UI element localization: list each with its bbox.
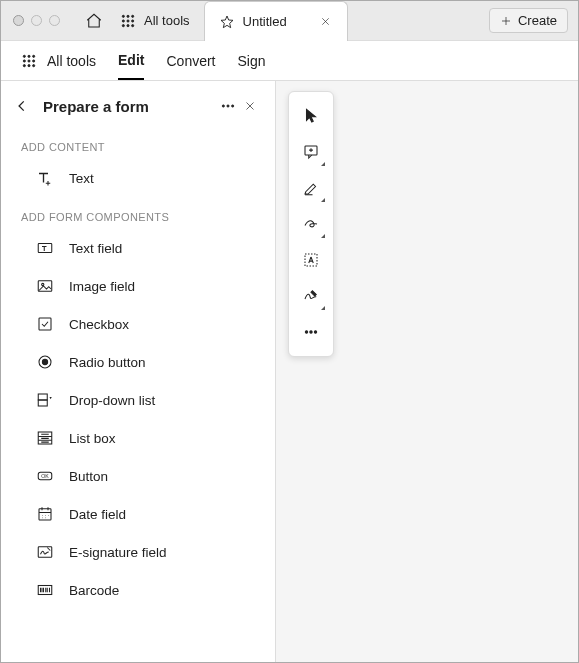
tab-all-tools[interactable]: All tools xyxy=(112,1,204,40)
titlebar: All tools Untitled Create xyxy=(1,1,578,41)
svg-rect-33 xyxy=(38,547,52,558)
plus-icon xyxy=(500,15,512,27)
toolbar-item-convert[interactable]: Convert xyxy=(166,43,215,79)
svg-point-3 xyxy=(122,19,124,21)
svg-rect-21 xyxy=(38,244,52,253)
list-box-icon xyxy=(35,428,55,448)
window-minimize-dot[interactable] xyxy=(31,15,42,26)
tab-untitled-label: Untitled xyxy=(243,14,287,29)
svg-point-7 xyxy=(127,24,129,26)
sidebar-title: Prepare a form xyxy=(43,98,149,115)
draw-freeform-icon xyxy=(302,215,320,233)
svg-point-17 xyxy=(33,64,35,66)
svg-point-11 xyxy=(33,55,35,57)
highlight-icon xyxy=(302,179,320,197)
svg-text:OK: OK xyxy=(41,473,49,479)
button-icon: OK xyxy=(35,466,55,486)
svg-point-6 xyxy=(122,24,124,26)
svg-rect-27 xyxy=(38,394,47,400)
toolbar-item-sign[interactable]: Sign xyxy=(238,43,266,79)
sidebar-close-button[interactable] xyxy=(239,95,261,117)
tool-signature[interactable] xyxy=(293,278,329,314)
text-field-icon xyxy=(35,238,55,258)
comment-icon xyxy=(302,143,320,161)
svg-point-20 xyxy=(232,105,234,107)
svg-point-23 xyxy=(42,283,44,285)
sidebar-item-text-field[interactable]: Text field xyxy=(1,229,275,267)
canvas-area[interactable] xyxy=(276,81,578,662)
svg-point-37 xyxy=(305,331,307,333)
more-horizontal-icon xyxy=(220,98,236,114)
sidebar-item-button[interactable]: OK Button xyxy=(1,457,275,495)
sidebar-item-esignature-field[interactable]: E-signature field xyxy=(1,533,275,571)
sidebar-item-label: Date field xyxy=(69,507,126,522)
svg-point-9 xyxy=(23,55,25,57)
more-horizontal-icon xyxy=(302,323,320,341)
sidebar-item-label: Checkbox xyxy=(69,317,129,332)
sidebar-item-label: Drop-down list xyxy=(69,393,155,408)
sidebar-item-text[interactable]: Text xyxy=(1,159,275,197)
create-button[interactable]: Create xyxy=(489,8,568,33)
checkbox-icon xyxy=(35,314,55,334)
grid-icon xyxy=(21,53,37,69)
window-maximize-dot[interactable] xyxy=(49,15,60,26)
arrow-cursor-icon xyxy=(302,107,320,125)
sidebar-item-barcode[interactable]: Barcode xyxy=(1,571,275,609)
sidebar-header: Prepare a form xyxy=(1,95,275,127)
sidebar: Prepare a form ADD CONTENT Text ADD FORM… xyxy=(1,81,276,662)
svg-point-4 xyxy=(127,19,129,21)
svg-rect-24 xyxy=(39,318,51,330)
tool-comment[interactable] xyxy=(293,134,329,170)
secondary-toolbar: All tools Edit Convert Sign xyxy=(1,41,578,81)
tab-untitled[interactable]: Untitled xyxy=(204,1,348,41)
esignature-field-icon xyxy=(35,542,55,562)
svg-point-13 xyxy=(28,59,30,61)
sidebar-item-image-field[interactable]: Image field xyxy=(1,267,275,305)
toolbar-item-edit[interactable]: Edit xyxy=(118,42,144,80)
window-controls xyxy=(1,15,72,26)
svg-point-18 xyxy=(222,105,224,107)
tool-arrow-cursor[interactable] xyxy=(293,98,329,134)
sidebar-item-radio-button[interactable]: Radio button xyxy=(1,343,275,381)
close-icon xyxy=(320,16,331,27)
image-field-icon xyxy=(35,276,55,296)
svg-rect-28 xyxy=(38,400,47,406)
drop-down-list-icon xyxy=(35,390,55,410)
create-button-label: Create xyxy=(518,13,557,28)
back-button[interactable] xyxy=(15,99,33,113)
tool-draw-freeform[interactable] xyxy=(293,206,329,242)
svg-point-14 xyxy=(33,59,35,61)
svg-point-26 xyxy=(42,359,47,364)
sidebar-item-date-field[interactable]: Date field xyxy=(1,495,275,533)
sidebar-item-list-box[interactable]: List box xyxy=(1,419,275,457)
tool-highlight[interactable] xyxy=(293,170,329,206)
signature-icon xyxy=(302,287,320,305)
tab-close-button[interactable] xyxy=(319,15,333,29)
tool-more[interactable] xyxy=(293,314,329,350)
sidebar-item-label: Image field xyxy=(69,279,135,294)
svg-point-10 xyxy=(28,55,30,57)
home-button[interactable] xyxy=(80,7,108,35)
sidebar-item-drop-down-list[interactable]: Drop-down list xyxy=(1,381,275,419)
sidebar-item-checkbox[interactable]: Checkbox xyxy=(1,305,275,343)
star-icon xyxy=(219,14,235,30)
sidebar-more-button[interactable] xyxy=(217,95,239,117)
svg-rect-32 xyxy=(39,509,51,520)
svg-rect-36 xyxy=(305,254,317,266)
floating-toolbar xyxy=(288,91,334,357)
svg-point-2 xyxy=(132,15,134,17)
svg-point-38 xyxy=(310,331,312,333)
tab-all-tools-label: All tools xyxy=(144,13,190,28)
chevron-left-icon xyxy=(15,99,29,113)
svg-point-15 xyxy=(23,64,25,66)
sidebar-item-label: E-signature field xyxy=(69,545,167,560)
svg-point-19 xyxy=(227,105,229,107)
tool-text-select[interactable] xyxy=(293,242,329,278)
text-select-icon xyxy=(302,251,320,269)
svg-point-12 xyxy=(23,59,25,61)
radio-button-icon xyxy=(35,352,55,372)
window-close-dot[interactable] xyxy=(13,15,24,26)
sidebar-item-label: List box xyxy=(69,431,116,446)
grid-icon xyxy=(120,13,136,29)
toolbar-item-all-tools[interactable]: All tools xyxy=(47,43,96,79)
